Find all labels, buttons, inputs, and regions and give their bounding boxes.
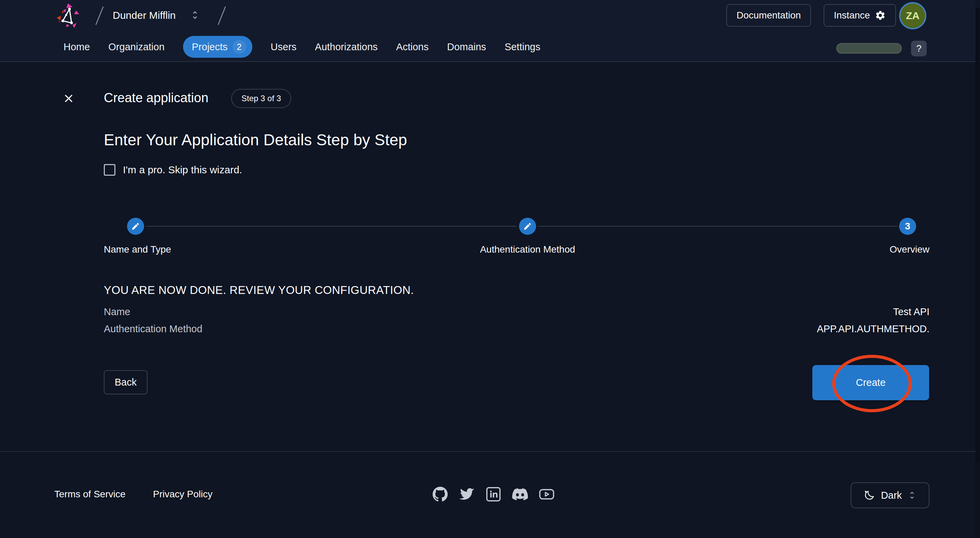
footer-divider (0, 451, 980, 452)
nav-item-settings[interactable]: Settings (505, 42, 541, 53)
nav-item-actions[interactable]: Actions (396, 42, 428, 53)
review-row-label: Name (104, 306, 130, 318)
main-nav: Home Organization Projects 2 Users Autho… (64, 32, 540, 62)
help-button[interactable]: ? (911, 41, 927, 56)
documentation-button[interactable]: Documentation (726, 4, 811, 27)
theme-selector-value: Dark (881, 490, 902, 501)
pencil-icon (131, 222, 140, 231)
instance-button[interactable]: Instance (824, 4, 896, 27)
scrollbar-thumb[interactable] (975, 8, 980, 462)
stepper-connector (538, 226, 897, 227)
review-row-value: Test API (893, 306, 929, 318)
social-links (432, 486, 555, 502)
nav-item-projects[interactable]: Projects 2 (183, 36, 252, 58)
review-heading: YOU ARE NOW DONE. REVIEW YOUR CONFIGURAT… (104, 284, 414, 297)
step-3-label: Overview (889, 244, 929, 255)
step-2-circle[interactable] (519, 218, 536, 235)
documentation-button-label: Documentation (737, 10, 801, 21)
nav-item-organization[interactable]: Organization (108, 42, 164, 53)
skip-wizard-label: I'm a pro. Skip this wizard. (123, 164, 242, 176)
pencil-icon (523, 222, 532, 231)
skip-wizard-row: I'm a pro. Skip this wizard. (104, 164, 242, 176)
gear-icon (875, 10, 886, 21)
zitadel-logo-icon[interactable] (56, 2, 82, 29)
step-1-circle[interactable] (127, 218, 144, 235)
moon-icon (863, 489, 875, 501)
close-icon[interactable] (61, 91, 76, 106)
avatar-initials: ZA (906, 10, 920, 22)
instance-button-label: Instance (834, 10, 870, 21)
step-3-number: 3 (905, 221, 910, 232)
scrollbar[interactable] (975, 0, 980, 538)
theme-selector[interactable]: Dark (851, 482, 929, 508)
wizard-heading: Enter Your Application Details Step by S… (104, 131, 407, 149)
projects-count-badge: 2 (232, 40, 246, 54)
twitter-icon[interactable] (459, 486, 475, 502)
page-title: Create application (104, 91, 208, 105)
top-header: Dunder Mifflin Documentation Instance ZA… (0, 0, 980, 62)
review-row-label: Authentication Method (104, 323, 202, 335)
loading-skeleton (836, 43, 902, 54)
terms-of-service-link[interactable]: Terms of Service (54, 489, 126, 500)
privacy-policy-link[interactable]: Privacy Policy (153, 489, 212, 500)
youtube-icon[interactable] (539, 486, 555, 502)
skip-wizard-checkbox[interactable] (104, 164, 115, 176)
step-indicator-chip: Step 3 of 3 (231, 89, 291, 108)
nav-item-domains[interactable]: Domains (447, 42, 486, 53)
stepper-connector (146, 226, 517, 227)
nav-item-users[interactable]: Users (271, 42, 297, 53)
unfold-icon (907, 490, 917, 500)
nav-item-projects-label: Projects (192, 42, 228, 53)
breadcrumb-separator (218, 6, 226, 25)
org-switcher-label[interactable]: Dunder Mifflin (113, 10, 176, 21)
nav-item-home[interactable]: Home (64, 42, 90, 53)
step-1-label: Name and Type (104, 244, 171, 255)
review-row-value: APP.API.AUTHMETHOD. (817, 323, 929, 335)
step-3-circle[interactable]: 3 (899, 218, 916, 235)
step-2-label: Authentication Method (480, 244, 575, 255)
nav-item-authorizations[interactable]: Authorizations (315, 42, 378, 53)
user-avatar[interactable]: ZA (899, 2, 926, 29)
back-button[interactable]: Back (104, 370, 148, 394)
org-switcher-unfold-icon[interactable] (190, 9, 200, 21)
discord-icon[interactable] (512, 486, 528, 502)
breadcrumb-separator (95, 6, 104, 25)
github-icon[interactable] (432, 486, 448, 502)
linkedin-icon[interactable] (485, 486, 501, 502)
create-button[interactable]: Create (812, 365, 929, 400)
